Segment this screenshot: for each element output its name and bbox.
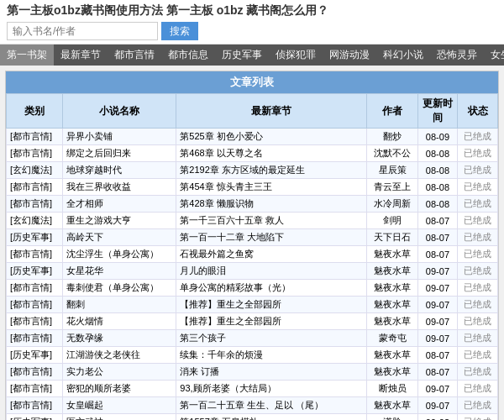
- date-cell: 08-07: [417, 213, 458, 229]
- type-cell: [历史军事]: [7, 347, 63, 364]
- name-cell[interactable]: 医方武神: [63, 414, 176, 421]
- name-cell[interactable]: 毒刺使君（单身公寓）: [63, 280, 176, 297]
- name-cell[interactable]: 花火烟情: [63, 313, 176, 330]
- chapter-cell[interactable]: 第一百一十二章 大地陷下: [176, 229, 367, 246]
- nav-item-7[interactable]: 科幻小说: [376, 45, 430, 66]
- author-cell: 星辰策: [367, 162, 417, 179]
- date-cell: 08-07: [417, 229, 458, 246]
- nav-item-0[interactable]: 第一书架: [0, 45, 54, 66]
- chapter-cell[interactable]: 第525章 初色小爱心: [176, 129, 367, 145]
- name-cell[interactable]: 密犯的顺所老婆: [63, 381, 176, 397]
- type-cell: [都市言情]: [7, 280, 63, 297]
- col-header-chapter: 最新章节: [176, 94, 367, 129]
- status-cell: 已绝成: [458, 263, 498, 280]
- chapter-cell[interactable]: 第2192章 东方区域的最定延生: [176, 162, 367, 179]
- nav-item-1[interactable]: 最新章节: [54, 45, 108, 66]
- chapter-cell[interactable]: 第468章 以天尊之名: [176, 145, 367, 162]
- author-cell: 翻炒: [367, 129, 417, 145]
- chapter-cell[interactable]: 单身公寓的精彩故事（光）: [176, 280, 367, 297]
- nav-item-4[interactable]: 历史军事: [215, 45, 269, 66]
- date-cell: 08-07: [417, 347, 458, 364]
- chapter-cell[interactable]: 月儿的眼泪: [176, 263, 367, 280]
- chapter-cell[interactable]: 第1557章 五皇模礼: [176, 414, 367, 421]
- name-cell[interactable]: 高岭天下: [63, 229, 176, 246]
- chapter-cell[interactable]: 石视最外篇之鱼窝: [176, 246, 367, 263]
- author-cell: 潇脸: [367, 414, 417, 421]
- date-cell: 08-08: [417, 145, 458, 162]
- name-cell[interactable]: 我在三界收收益: [63, 179, 176, 196]
- table-row: [历史军事]高岭天下第一百一十二章 大地陷下天下日石08-07已绝成: [7, 229, 498, 246]
- author-cell: 剑明: [367, 213, 417, 229]
- status-cell: 已绝成: [458, 129, 498, 145]
- chapter-cell[interactable]: 消来 订播: [176, 364, 367, 381]
- type-cell: [玄幻魔法]: [7, 162, 63, 179]
- table-row: [都市言情]毒刺使君（单身公寓）单身公寓的精彩故事（光）魅夜水草09-07已绝成: [7, 280, 498, 297]
- status-cell: 已绝成: [458, 364, 498, 381]
- name-cell[interactable]: 异界小卖铺: [63, 129, 176, 145]
- status-cell: 已绝成: [458, 313, 498, 330]
- table-row: [玄幻魔法]重生之游戏大亨第一千三百六十五章 救人剑明08-07已绝成: [7, 213, 498, 229]
- nav-item-6[interactable]: 网游动漫: [323, 45, 376, 66]
- name-cell[interactable]: 地球穿越时代: [63, 162, 176, 179]
- name-cell[interactable]: 重生之游戏大亨: [63, 213, 176, 229]
- name-cell[interactable]: 实力老公: [63, 364, 176, 381]
- article-table: 类别 小说名称 最新章节 作者 更新时间 状态 [都市言情]异界小卖铺第525章…: [6, 93, 498, 420]
- nav-item-3[interactable]: 都市信息: [161, 45, 215, 66]
- nav-item-9[interactable]: 女生小说: [484, 45, 504, 66]
- header: 第一主板o1bz藏书阁使用方法 第一主板 o1bz 藏书阁怎么用？ 搜索 第一书…: [0, 0, 504, 66]
- name-cell[interactable]: 无数孕缘: [63, 330, 176, 347]
- author-cell: 水冷周新: [367, 196, 417, 213]
- date-cell: 09-07: [417, 381, 458, 397]
- type-cell: [玄幻魔法]: [7, 213, 63, 229]
- name-cell[interactable]: 女星花华: [63, 263, 176, 280]
- chapter-cell[interactable]: 第428章 懒服识物: [176, 196, 367, 213]
- chapter-cell[interactable]: 续集：千年余的烦漫: [176, 347, 367, 364]
- nav-bar: 第一书架最新章节都市言情都市信息历史军事侦探犯罪网游动漫科幻小说恐怖灵异女生小说…: [0, 45, 504, 66]
- status-cell: 已绝成: [458, 179, 498, 196]
- date-cell: 09-07: [417, 313, 458, 330]
- chapter-cell[interactable]: 【推荐】重生之全部园所: [176, 297, 367, 313]
- date-cell: 08-08: [417, 162, 458, 179]
- nav-item-2[interactable]: 都市言情: [108, 45, 161, 66]
- chapter-cell[interactable]: 第三个孩子: [176, 330, 367, 347]
- chapter-cell[interactable]: 第454章 惊头青主三王: [176, 179, 367, 196]
- chapter-cell[interactable]: 第一千三百六十五章 救人: [176, 213, 367, 229]
- name-cell[interactable]: 翻刺: [63, 297, 176, 313]
- date-cell: 09-07: [417, 330, 458, 347]
- table-header-row: 类别 小说名称 最新章节 作者 更新时间 状态: [7, 94, 498, 129]
- col-header-date: 更新时间: [417, 94, 458, 129]
- author-cell: 蒙奇屯: [367, 330, 417, 347]
- name-cell[interactable]: 全才相师: [63, 196, 176, 213]
- author-cell: 魅夜水草: [367, 313, 417, 330]
- nav-item-5[interactable]: 侦探犯罪: [269, 45, 323, 66]
- date-cell: 08-08: [417, 196, 458, 213]
- author-cell: 魅夜水草: [367, 297, 417, 313]
- date-cell: 08-09: [417, 129, 458, 145]
- date-cell: 09-07: [417, 297, 458, 313]
- chapter-cell[interactable]: 第一百二十五章 生生、足以 （尾）: [176, 397, 367, 414]
- type-cell: [都市言情]: [7, 179, 63, 196]
- chapter-cell[interactable]: 93,顾所老婆（大结局）: [176, 381, 367, 397]
- table-row: [都市言情]我在三界收收益第454章 惊头青主三王青云至上08-08已绝成: [7, 179, 498, 196]
- status-cell: 已绝成: [458, 297, 498, 313]
- date-cell: 08-07: [417, 364, 458, 381]
- status-cell: 已绝成: [458, 414, 498, 421]
- col-header-type: 类别: [7, 94, 63, 129]
- author-cell: 魅夜水草: [367, 364, 417, 381]
- author-cell: 魅夜水草: [367, 397, 417, 414]
- type-cell: [都市言情]: [7, 381, 63, 397]
- type-cell: [都市言情]: [7, 313, 63, 330]
- type-cell: [都市言情]: [7, 397, 63, 414]
- date-cell: 08-08: [417, 179, 458, 196]
- type-cell: [历史军事]: [7, 229, 63, 246]
- search-button[interactable]: 搜索: [161, 22, 198, 40]
- table-row: [都市言情]异界小卖铺第525章 初色小爱心翻炒08-09已绝成: [7, 129, 498, 145]
- name-cell[interactable]: 沈尘浮生（单身公寓）: [63, 246, 176, 263]
- chapter-cell[interactable]: 【推荐】重生之全部园所: [176, 313, 367, 330]
- name-cell[interactable]: 女皇崛起: [63, 397, 176, 414]
- name-cell[interactable]: 绑定之后回归来: [63, 145, 176, 162]
- name-cell[interactable]: 江湖游侠之老侠往: [63, 347, 176, 364]
- type-cell: [都市言情]: [7, 129, 63, 145]
- nav-item-8[interactable]: 恐怖灵异: [430, 45, 484, 66]
- search-input[interactable]: [7, 22, 158, 40]
